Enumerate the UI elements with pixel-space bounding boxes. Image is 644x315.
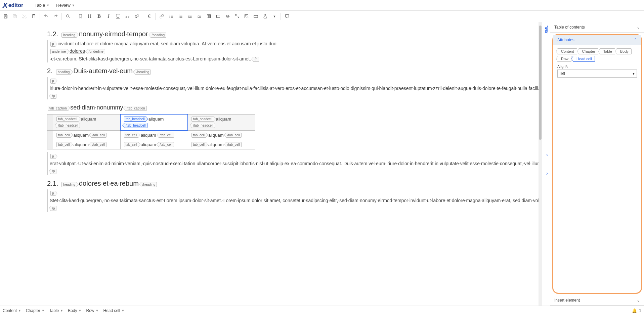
paragraph[interactable]: p Stet·clita·kasd·gubergren,·no·sea·taki… bbox=[47, 189, 296, 212]
attr-crumb-chapter[interactable]: Chapter bbox=[578, 48, 598, 54]
attr-crumb-content[interactable]: Content bbox=[557, 48, 577, 54]
video-icon[interactable] bbox=[251, 12, 260, 21]
tag-/underline[interactable]: /underline bbox=[87, 49, 105, 54]
text-run[interactable]: dolores bbox=[70, 48, 85, 54]
attr-crumb-head-cell[interactable]: Head cell bbox=[573, 56, 595, 62]
bottom-crumb-chapter[interactable]: Chapter▼ bbox=[26, 308, 45, 313]
table-cell[interactable]: tab_cellaliquam/tab_cell bbox=[120, 140, 188, 149]
table-cell[interactable]: tab_cellaliquam/tab_cell bbox=[53, 130, 121, 140]
caption-text[interactable]: sed·diam·nonummy bbox=[70, 104, 123, 111]
outdent-icon[interactable] bbox=[195, 12, 204, 21]
bookmark-icon[interactable] bbox=[76, 12, 85, 21]
heading-text[interactable]: Duis·autem·vel·eum bbox=[73, 67, 133, 75]
bottom-crumb-row[interactable]: Row▼ bbox=[86, 308, 98, 313]
tag-tab_headcell-close[interactable]: /tab_headcell bbox=[56, 123, 80, 128]
tag-/heading[interactable]: /heading bbox=[135, 70, 151, 75]
tag-/tab_cell[interactable]: /tab_cell bbox=[158, 142, 174, 147]
panel-collapse-left-icon[interactable]: ‹ bbox=[546, 152, 548, 157]
tag-/p[interactable]: /p bbox=[50, 169, 56, 174]
tag-p[interactable]: p bbox=[50, 191, 56, 196]
tag-/tab_cell[interactable]: /tab_cell bbox=[226, 133, 242, 138]
tag-tab_headcell[interactable]: tab_headcell bbox=[56, 117, 79, 122]
notification-bell-icon[interactable]: 🔔 bbox=[632, 308, 637, 313]
paragraph[interactable]: p erat·volutpat.·Ut·wisi·enim·ad·minim·v… bbox=[47, 152, 296, 175]
attr-crumb-body[interactable]: Body bbox=[616, 48, 632, 54]
attr-crumb-row[interactable]: Row bbox=[557, 56, 571, 62]
heading-text[interactable]: nonumy·eirmod·tempor bbox=[79, 30, 148, 38]
container-icon[interactable] bbox=[213, 12, 223, 21]
cell-text[interactable]: aliquam bbox=[148, 117, 164, 122]
tag-p[interactable]: p bbox=[50, 154, 56, 159]
paragraph[interactable]: p iriure·dolor·in·hendrerit·in·vulputate… bbox=[47, 77, 296, 99]
heading-line[interactable]: 1.2. heading nonumy·eirmod·tempor /headi… bbox=[47, 30, 296, 38]
subscript-icon[interactable]: x₂ bbox=[123, 12, 132, 21]
tag-tab_headcell[interactable]: tab_headcell bbox=[124, 117, 146, 122]
attr-crumb-table[interactable]: Table bbox=[600, 48, 615, 54]
ol-icon[interactable] bbox=[166, 12, 176, 21]
table-row-handle[interactable] bbox=[47, 140, 53, 149]
table-corner[interactable] bbox=[47, 114, 53, 130]
italic-icon[interactable]: I bbox=[104, 12, 113, 21]
tag-tab_headcell-close[interactable]: /tab_headcell bbox=[191, 123, 215, 128]
cell-text[interactable]: aliquam bbox=[73, 133, 89, 138]
bottom-crumb-content[interactable]: Content▼ bbox=[3, 308, 21, 313]
tag-p[interactable]: p bbox=[50, 79, 56, 84]
tag-/p[interactable]: /p bbox=[50, 94, 56, 99]
expand-icon[interactable] bbox=[232, 12, 242, 21]
table-cell[interactable]: tab_cellaliquam/tab_cell bbox=[120, 130, 188, 140]
table-cell[interactable]: tab_cellaliquam/tab_cell bbox=[188, 130, 255, 140]
xml-tab-label[interactable]: XML bbox=[544, 26, 548, 33]
text-run[interactable]: iriure·dolor·in·hendrerit·in·vulputate·v… bbox=[50, 86, 542, 91]
tag-/tab_cell[interactable]: /tab_cell bbox=[226, 142, 242, 147]
toc-panel-header[interactable]: Table of contents ⌄ bbox=[550, 22, 644, 32]
cell-text[interactable]: aliquam bbox=[208, 142, 224, 147]
tag-tab_headcell-close[interactable]: /tab_headcell bbox=[124, 123, 147, 128]
heading-line[interactable]: 2. heading Duis·autem·vel·eum /heading bbox=[47, 67, 296, 75]
cell-text[interactable]: aliquam bbox=[141, 142, 156, 147]
tag-/tab_cell[interactable]: /tab_cell bbox=[91, 142, 106, 147]
bold-icon[interactable]: B bbox=[94, 12, 104, 21]
tag-tab_cell[interactable]: tab_cell bbox=[124, 142, 139, 147]
paste-icon[interactable] bbox=[29, 12, 38, 21]
cell-text[interactable]: aliquam bbox=[216, 117, 231, 122]
bottom-crumb-body[interactable]: Body▼ bbox=[68, 308, 81, 313]
cell-text[interactable]: aliquam bbox=[73, 142, 89, 147]
tag-tab_cell[interactable]: tab_cell bbox=[191, 142, 206, 147]
tag-heading[interactable]: heading bbox=[61, 182, 77, 187]
table-cell[interactable]: tab_cellaliquam/tab_cell bbox=[188, 140, 255, 149]
paragraph[interactable]: p invidunt·ut·labore·et·dolore·magna·ali… bbox=[47, 40, 296, 62]
underline-icon[interactable]: U bbox=[113, 12, 123, 21]
indent-icon[interactable] bbox=[185, 12, 195, 21]
insert-element-panel-header[interactable]: Insert element ⌄ bbox=[550, 295, 644, 305]
cell-text[interactable]: aliquam bbox=[81, 117, 96, 122]
panel-collapse-right-icon[interactable]: › bbox=[546, 171, 548, 176]
tag-tab_cell[interactable]: tab_cell bbox=[191, 133, 206, 138]
text-run[interactable]: invidunt·ut·labore·et·dolore·magna·aliqu… bbox=[57, 41, 277, 46]
bottom-crumb-head-cell[interactable]: Head cell▼ bbox=[103, 308, 124, 313]
attributes-panel-header[interactable]: Attributes ⌃ bbox=[553, 35, 641, 45]
tag-heading[interactable]: heading bbox=[56, 70, 72, 75]
table-head-cell[interactable]: tab_headcellaliquam/tab_headcell bbox=[188, 114, 255, 130]
table-head-cell[interactable]: tab_headcellaliquam/tab_headcell bbox=[120, 114, 188, 130]
table-caption[interactable]: tab_caption sed·diam·nonummy /tab_captio… bbox=[47, 104, 296, 111]
heading-text[interactable]: dolores·et·ea·rebum bbox=[79, 180, 139, 187]
tag-p[interactable]: p bbox=[50, 42, 56, 47]
table-head-cell[interactable]: tab_headcellaliquam/tab_headcell bbox=[53, 114, 121, 130]
table-cell[interactable]: tab_cellaliquam/tab_cell bbox=[53, 140, 121, 149]
editor-area[interactable]: 1.2. heading nonumy·eirmod·tempor /headi… bbox=[0, 22, 542, 306]
tag-tab_cell[interactable]: tab_cell bbox=[124, 133, 139, 138]
tag-tab_cell[interactable]: tab_cell bbox=[56, 142, 71, 147]
text-run[interactable]: ·et·ea·rebum.·Stet·clita·kasd·gubergren,… bbox=[50, 56, 251, 61]
dropdown-icon[interactable]: ▼ bbox=[270, 12, 279, 21]
paw-icon[interactable] bbox=[223, 12, 232, 21]
heading-line[interactable]: 2.1. heading dolores·et·ea·rebum /headin… bbox=[47, 180, 296, 187]
flask-icon[interactable] bbox=[260, 12, 270, 21]
tag-/heading[interactable]: /heading bbox=[141, 182, 157, 187]
comment-icon[interactable] bbox=[282, 12, 292, 21]
table-row-handle[interactable] bbox=[47, 130, 53, 140]
save-icon[interactable] bbox=[1, 12, 10, 21]
redo-icon[interactable] bbox=[51, 12, 60, 21]
tag-/p[interactable]: /p bbox=[253, 57, 259, 62]
content-table[interactable]: tab_headcellaliquam/tab_headcelltab_head… bbox=[47, 114, 255, 149]
tag-/heading[interactable]: /heading bbox=[150, 33, 166, 38]
